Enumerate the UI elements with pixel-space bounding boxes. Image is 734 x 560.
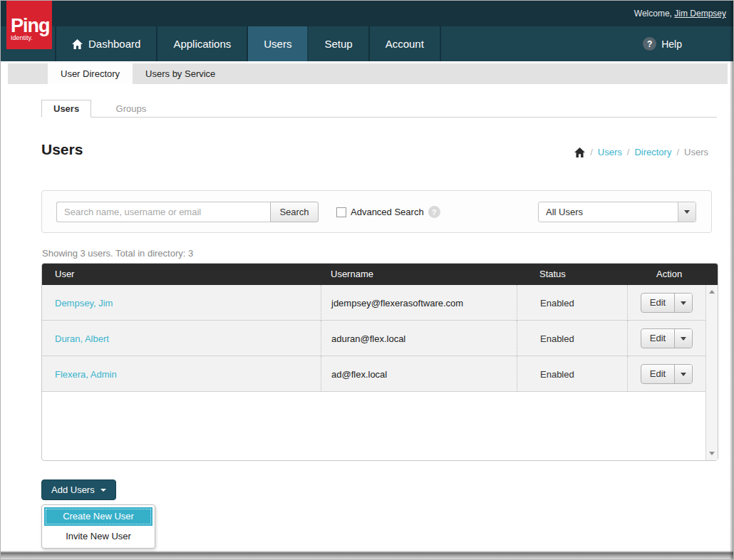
nav-item-setup[interactable]: Setup [309,26,369,61]
top-bar: Welcome, Jim Dempsey [1,1,733,26]
chevron-down-icon [681,337,686,341]
scroll-down-icon[interactable] [709,452,715,455]
advanced-search-help-icon[interactable]: ? [428,206,440,218]
page-tabs: Users Groups [41,100,717,118]
breadcrumb-separator: / [627,147,630,157]
help-button[interactable]: ? Help [643,26,682,61]
edit-dropdown-button[interactable] [674,329,692,348]
username-cell: jdempsey@flexerasoftware.com [321,285,517,321]
table-header: User Username Status Action [42,264,718,285]
breadcrumb-current: Users [684,147,708,157]
tab-users[interactable]: Users [41,100,91,118]
user-name-link[interactable]: Dempsey, Jim [55,298,113,308]
nav-label: Dashboard [88,38,140,50]
nav-item-users[interactable]: Users [248,26,309,61]
username-cell: ad@flex.local [321,356,517,392]
window-bottom-edge [1,549,733,559]
table-body: Dempsey, Jim jdempsey@flexerasoftware.co… [42,285,718,460]
app-window: Welcome, Jim Dempsey Dashboard Applicati… [0,0,734,560]
nav-label: Account [386,38,424,50]
advanced-search-label: Advanced Search [351,207,424,217]
tab-groups[interactable]: Groups [105,100,158,118]
current-user-link[interactable]: Jim Dempsey [674,9,726,19]
advanced-search-checkbox[interactable] [336,207,346,217]
secondary-nav: User Directory Users by Service [8,63,728,84]
table-row: Dempsey, Jim jdempsey@flexerasoftware.co… [42,285,705,321]
breadcrumb-home-icon[interactable] [574,147,585,157]
edit-button[interactable]: Edit [641,365,674,383]
breadcrumb: / Users / Directory / Users [574,147,708,157]
users-table: User Username Status Action Dempsey, Jim… [41,263,718,461]
search-panel: Search Advanced Search ? All Users [41,190,712,233]
user-filter-select[interactable]: All Users [538,202,696,222]
tab-user-directory[interactable]: User Directory [48,63,133,84]
edit-dropdown-button[interactable] [674,365,692,383]
chevron-down-icon [100,489,106,492]
edit-dropdown-button[interactable] [674,294,692,312]
welcome-label: Welcome, [634,9,672,19]
edit-button[interactable]: Edit [641,329,674,348]
menu-item-create-new-user[interactable]: Create New User [44,507,153,526]
status-cell: Enabled [517,356,627,392]
menu-item-invite-new-user[interactable]: Invite New User [44,527,153,546]
nav-item-applications[interactable]: Applications [157,26,248,61]
chevron-down-icon [684,210,690,214]
main-nav: Dashboard Applications Users Setup Accou… [1,26,733,61]
nav-items: Dashboard Applications Users Setup Accou… [55,26,441,61]
breadcrumb-separator: / [590,147,593,157]
help-icon: ? [643,37,656,51]
column-header-action: Action [656,264,682,285]
nav-item-dashboard[interactable]: Dashboard [55,26,157,61]
user-filter-value: All Users [539,207,678,217]
tab-users-by-service[interactable]: Users by Service [133,63,228,84]
page-title: Users [41,141,83,158]
breadcrumb-separator: / [676,147,679,157]
breadcrumb-link-users[interactable]: Users [598,147,622,157]
edit-split-button[interactable]: Edit [641,364,693,384]
nav-label: Applications [173,38,231,50]
chevron-down-icon [681,301,686,305]
search-input[interactable] [56,202,270,222]
nav-label: Setup [324,38,352,50]
window-right-edge [730,1,733,559]
column-header-username[interactable]: Username [331,264,373,285]
ping-identity-logo[interactable]: Ping Identity. [6,1,52,49]
nav-item-account[interactable]: Account [370,26,441,61]
edit-split-button[interactable]: Edit [641,328,693,348]
home-icon [72,39,83,49]
status-cell: Enabled [517,285,627,321]
scroll-up-icon[interactable] [709,290,715,294]
breadcrumb-link-directory[interactable]: Directory [634,147,671,157]
user-name-link[interactable]: Duran, Albert [55,333,109,344]
nav-label: Users [264,38,291,50]
advanced-search: Advanced Search ? [336,206,440,218]
add-users-menu: Create New User Invite New User [41,504,155,549]
column-header-user[interactable]: User [55,264,74,285]
username-cell: aduran@flex.local [321,321,517,356]
add-users-label: Add Users [51,484,95,495]
search-button[interactable]: Search [270,202,319,222]
add-users-button[interactable]: Add Users [41,479,116,500]
chevron-down-icon [681,373,686,376]
table-scrollbar[interactable] [705,285,718,460]
user-name-link[interactable]: Flexera, Admin [55,369,117,380]
edit-split-button[interactable]: Edit [641,293,693,313]
table-row: Flexera, Admin ad@flex.local Enabled Edi… [42,356,705,392]
welcome-area: Welcome, Jim Dempsey [634,9,726,19]
select-dropdown-button[interactable] [678,202,696,222]
results-summary: Showing 3 users. Total in directory: 3 [42,248,193,259]
edit-button[interactable]: Edit [641,294,674,312]
column-header-status[interactable]: Status [539,264,566,285]
help-label: Help [661,38,682,50]
table-row: Duran, Albert aduran@flex.local Enabled … [42,321,705,356]
logo-text: Ping [11,16,52,35]
status-cell: Enabled [517,321,627,356]
